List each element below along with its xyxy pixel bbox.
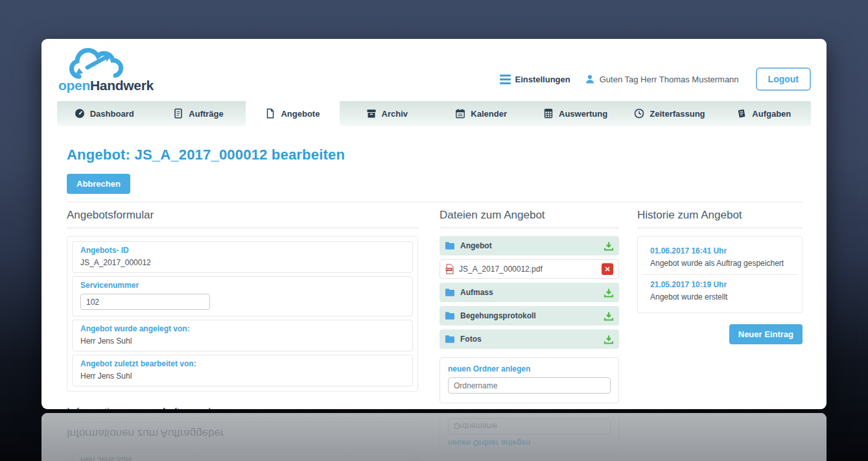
folder-icon bbox=[445, 335, 455, 344]
tab-zeiterfassung[interactable]: Zeiterfassung bbox=[622, 101, 716, 126]
greeting-text: Guten Tag Herr Thomas Mustermann bbox=[600, 75, 739, 84]
offer-form-section: Angebotsformular Angebots- ID JS_A_2017_… bbox=[67, 209, 418, 409]
new-entry-button[interactable]: Neuer Eintrag bbox=[729, 324, 803, 344]
svg-text:PDF: PDF bbox=[447, 268, 452, 271]
history-section: Historie zum Angebot 01.06.2017 16:41 Uh… bbox=[637, 209, 803, 409]
section-title-files: Dateien zum Angebot bbox=[440, 209, 619, 228]
card-reflection: Herr Jens Suhl Informationen zum Auftrag… bbox=[41, 413, 827, 461]
folder-icon bbox=[445, 288, 455, 297]
folder-row-angebot[interactable]: Angebot bbox=[440, 236, 619, 255]
tab-angebote[interactable]: Angebote bbox=[246, 101, 340, 126]
tab-kalender[interactable]: Kalender bbox=[434, 101, 528, 126]
settings-menu[interactable]: Einstellungen bbox=[500, 75, 570, 84]
logo[interactable]: openHandwerk bbox=[57, 47, 167, 93]
history-entry: 01.06.2017 16:41 Uhr Angebot wurde als A… bbox=[642, 241, 797, 274]
file-row-pdf[interactable]: PDF JS_A_2017_000012.pdf ✕ bbox=[440, 259, 619, 279]
page-content: Angebot: JS_A_2017_000012 bearbeiten Abb… bbox=[41, 147, 827, 409]
tab-auftraege[interactable]: Aufträge bbox=[151, 101, 245, 126]
history-entry: 21.05.2017 10:19 Uhr Angebot wurde erste… bbox=[642, 274, 797, 308]
folder-icon bbox=[445, 311, 455, 320]
user-icon bbox=[585, 74, 595, 84]
folder-row-begehungsprotokoll[interactable]: Begehungsprotokoll bbox=[440, 306, 619, 325]
offer-page-icon bbox=[265, 108, 276, 119]
tab-archiv[interactable]: Archiv bbox=[340, 101, 434, 126]
servicenummer-input[interactable] bbox=[80, 294, 210, 310]
field-angebots-id: Angebots- ID JS_A_2017_000012 bbox=[72, 241, 413, 273]
archive-box-icon bbox=[366, 108, 377, 119]
section-title-history: Historie zum Angebot bbox=[637, 209, 803, 228]
logo-wordmark: openHandwerk bbox=[58, 78, 167, 93]
logout-button[interactable]: Logout bbox=[756, 67, 811, 91]
field-bearbeitet-von: Angebot zuletzt bearbeitet von: Herr Jen… bbox=[72, 355, 413, 386]
app-window: openHandwerk Einstellungen Guten Tag Her… bbox=[41, 39, 827, 409]
new-folder-label: neuen Ordner anlegen bbox=[448, 364, 611, 373]
download-icon[interactable] bbox=[604, 335, 614, 344]
settings-label: Einstellungen bbox=[515, 75, 570, 84]
section-title-auftraggeber: Informationen zum Auftraggeber bbox=[67, 406, 418, 409]
user-greeting[interactable]: Guten Tag Herr Thomas Mustermann bbox=[585, 74, 739, 84]
main-nav: Dashboard Aufträge Angebote Archiv Kalen… bbox=[57, 101, 811, 126]
folder-row-aufmass[interactable]: Aufmass bbox=[440, 283, 619, 302]
app-header: openHandwerk Einstellungen Guten Tag Her… bbox=[41, 39, 827, 99]
folder-row-fotos[interactable]: Fotos bbox=[440, 329, 619, 349]
history-box: 01.06.2017 16:41 Uhr Angebot wurde als A… bbox=[637, 236, 803, 313]
clock-icon bbox=[634, 108, 644, 119]
calendar-icon bbox=[455, 108, 465, 119]
tab-auswertung[interactable]: Auswertung bbox=[528, 101, 622, 126]
menu-icon bbox=[500, 75, 511, 84]
new-folder-input[interactable] bbox=[448, 377, 611, 394]
page-title: Angebot: JS_A_2017_000012 bearbeiten bbox=[67, 147, 803, 163]
tab-aufgaben[interactable]: Aufgaben bbox=[717, 101, 811, 126]
download-icon[interactable] bbox=[604, 241, 614, 251]
field-servicenummer: Servicenummer bbox=[72, 276, 413, 316]
folder-icon bbox=[445, 241, 455, 250]
book-icon bbox=[736, 108, 747, 119]
download-icon[interactable] bbox=[604, 311, 614, 321]
section-title-form: Angebotsformular bbox=[67, 209, 418, 228]
field-angelegt-von: Angebot wurde angelegt von: Herr Jens Su… bbox=[72, 320, 413, 351]
divider bbox=[67, 202, 803, 202]
files-section: Dateien zum Angebot Angebot PDF bbox=[440, 209, 619, 409]
download-icon[interactable] bbox=[604, 288, 614, 298]
new-folder-box: neuen Ordner anlegen bbox=[440, 357, 619, 403]
orders-doc-icon bbox=[173, 108, 183, 119]
tab-dashboard[interactable]: Dashboard bbox=[57, 101, 151, 126]
header-controls: Einstellungen Guten Tag Herr Thomas Must… bbox=[500, 67, 812, 91]
calculator-icon bbox=[543, 108, 554, 119]
cancel-button[interactable]: Abbrechen bbox=[67, 174, 130, 194]
offer-form-box: Angebots- ID JS_A_2017_000012 Servicenum… bbox=[67, 236, 418, 392]
gauge-icon bbox=[75, 108, 85, 119]
delete-icon[interactable]: ✕ bbox=[602, 263, 613, 275]
pdf-file-icon: PDF bbox=[445, 264, 454, 274]
